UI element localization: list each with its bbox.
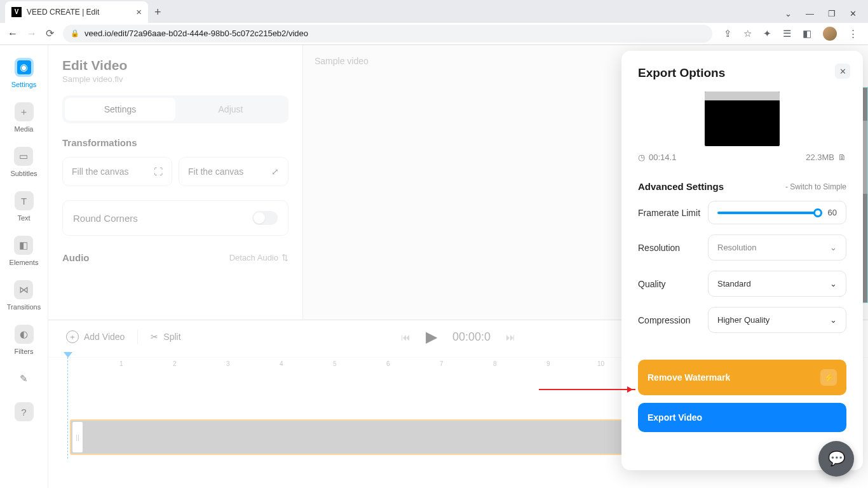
- scissors-icon: ✂: [151, 332, 158, 342]
- reading-list-icon[interactable]: ☰: [783, 28, 791, 39]
- filters-icon: ◐: [15, 325, 34, 344]
- close-tab-icon[interactable]: ×: [136, 6, 142, 17]
- share-icon[interactable]: ⇪: [724, 28, 732, 39]
- new-tab-button[interactable]: +: [148, 2, 168, 23]
- chevron-down-icon: ⌄: [830, 279, 837, 288]
- quality-select[interactable]: Standard⌄: [708, 271, 846, 297]
- annotation-arrow: [539, 389, 635, 390]
- file-icon: 🗎: [838, 152, 846, 162]
- browser-tab[interactable]: V VEED CREATE | Edit ×: [5, 1, 148, 23]
- skip-forward-icon[interactable]: ⏭: [506, 332, 515, 342]
- star-icon[interactable]: ☆: [743, 28, 752, 39]
- chevron-down-icon[interactable]: ⌄: [785, 9, 792, 18]
- chevron-down-icon: ⌄: [830, 315, 837, 325]
- elements-icon: ◧: [14, 236, 33, 255]
- remove-watermark-button[interactable]: Remove Watermark ⚡: [638, 360, 846, 395]
- ring-icon: ◉: [15, 58, 34, 77]
- fit-icon: ⤢: [271, 166, 279, 177]
- tab-settings[interactable]: Settings: [65, 98, 175, 121]
- nav-text[interactable]: TText: [15, 191, 34, 222]
- export-filesize: 22.3MB: [806, 152, 834, 162]
- extensions-icon[interactable]: ✦: [763, 28, 771, 39]
- minimize-icon[interactable]: —: [806, 9, 814, 18]
- split-button[interactable]: ✂Split: [151, 332, 180, 342]
- plus-icon: ＋: [15, 102, 34, 121]
- menu-icon[interactable]: ⋮: [848, 28, 858, 39]
- chevron-down-icon: ⌄: [830, 243, 837, 252]
- nav-subtitles[interactable]: ▭Subtitles: [10, 147, 37, 177]
- nav-media[interactable]: ＋Media: [15, 102, 34, 133]
- section-audio: Audio: [62, 252, 90, 263]
- url-text: veed.io/edit/72a96aae-b02d-444e-98b0-5c0…: [85, 29, 308, 38]
- panel-title: Edit Video: [62, 58, 288, 73]
- clock-icon: ◷: [638, 152, 645, 162]
- nav-elements[interactable]: ◧Elements: [10, 236, 39, 266]
- export-panel: Export Options ✕ ◷00:14.1 22.3MB🗎 Advanc…: [621, 51, 863, 470]
- nav-filters[interactable]: ◐Filters: [15, 325, 34, 355]
- detach-icon: ⇅: [281, 253, 288, 262]
- switch-simple-link[interactable]: - Switch to Simple: [785, 182, 846, 191]
- canvas-title: Sample video: [315, 56, 369, 66]
- nav-help[interactable]: ?: [15, 402, 34, 421]
- skip-back-icon[interactable]: ⏮: [401, 332, 410, 342]
- playhead[interactable]: [67, 357, 68, 459]
- framerate-label: Framerate Limit: [638, 208, 700, 218]
- help-icon: ?: [15, 402, 34, 421]
- profile-avatar[interactable]: [823, 27, 837, 41]
- playback-time: 00:00:0: [452, 330, 491, 344]
- left-nav: ◉Settings ＋Media ▭Subtitles TText ◧Eleme…: [0, 45, 48, 488]
- panel-tabs: Settings Adjust: [62, 95, 288, 123]
- tab-title: VEED CREATE | Edit: [27, 8, 99, 17]
- transitions-icon: ⋈: [14, 280, 33, 299]
- compression-label: Compression: [638, 315, 690, 325]
- quality-label: Quality: [638, 279, 666, 289]
- export-video-button[interactable]: Export Video: [638, 403, 846, 432]
- compression-select[interactable]: Higher Quality⌄: [708, 307, 846, 333]
- clip-trim-handle[interactable]: ||: [72, 422, 83, 452]
- pencil-icon: ✎: [15, 369, 34, 388]
- detach-audio-link[interactable]: Detach Audio⇅: [229, 253, 288, 262]
- close-export-button[interactable]: ✕: [835, 64, 850, 79]
- fill-canvas-button[interactable]: Fill the canvas⛶: [62, 157, 172, 186]
- browser-chrome: V VEED CREATE | Edit × + ⌄ — ❐ ✕ ← → ⟳ 🔒…: [0, 0, 868, 45]
- lock-icon: 🔒: [71, 29, 79, 37]
- section-transformations: Transformations: [62, 137, 288, 148]
- nav-settings[interactable]: ◉Settings: [11, 58, 37, 88]
- expand-icon: ⛶: [154, 166, 163, 177]
- play-icon[interactable]: ▶: [426, 328, 437, 346]
- subtitles-icon: ▭: [14, 147, 33, 166]
- framerate-slider[interactable]: 60: [708, 201, 846, 224]
- export-title: Export Options: [638, 66, 846, 80]
- resolution-label: Resolution: [638, 243, 680, 253]
- bolt-icon: ⚡: [820, 369, 837, 386]
- nav-draw[interactable]: ✎: [15, 369, 34, 388]
- tab-adjust[interactable]: Adjust: [175, 98, 286, 121]
- nav-transitions[interactable]: ⋈Transitions: [7, 280, 41, 311]
- framerate-value: 60: [828, 208, 837, 217]
- add-video-button[interactable]: +Add Video: [66, 330, 125, 343]
- round-corners-card: Round Corners: [62, 200, 288, 236]
- address-bar[interactable]: 🔒 veed.io/edit/72a96aae-b02d-444e-98b0-5…: [63, 25, 712, 43]
- close-window-icon[interactable]: ✕: [850, 9, 857, 18]
- advanced-settings-title: Advanced Settings: [638, 181, 724, 192]
- export-preview: [705, 92, 780, 146]
- text-icon: T: [15, 191, 34, 210]
- reload-icon[interactable]: ⟳: [46, 27, 54, 39]
- export-duration: 00:14.1: [649, 152, 676, 162]
- forward-icon[interactable]: →: [27, 28, 37, 39]
- plus-circle-icon: +: [66, 330, 79, 343]
- back-icon[interactable]: ←: [8, 28, 18, 39]
- fit-canvas-button[interactable]: Fit the canvas⤢: [179, 157, 288, 186]
- chat-bubble-button[interactable]: 💬: [818, 441, 854, 477]
- maximize-icon[interactable]: ❐: [828, 9, 836, 18]
- resolution-select[interactable]: Resolution⌄: [708, 234, 846, 261]
- favicon: V: [11, 7, 22, 17]
- round-corners-toggle[interactable]: [252, 211, 278, 225]
- round-corners-label: Round Corners: [73, 213, 138, 224]
- panel-subtitle: Sample video.flv: [62, 74, 288, 84]
- side-panel-icon[interactable]: ◧: [803, 28, 811, 39]
- window-controls: ⌄ — ❐ ✕: [785, 5, 868, 23]
